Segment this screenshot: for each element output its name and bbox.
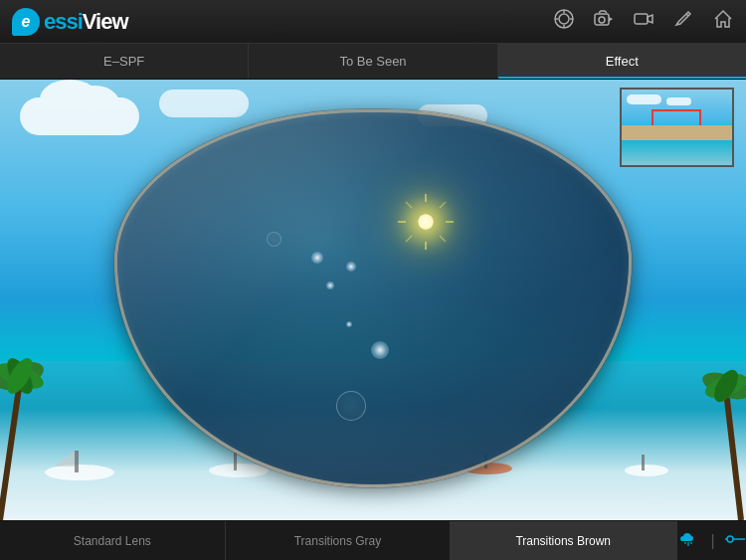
svg-point-8 — [599, 17, 605, 23]
svg-line-36 — [406, 236, 412, 242]
sun-flare — [396, 192, 456, 252]
video-icon[interactable] — [633, 8, 654, 35]
pen-icon[interactable] — [672, 8, 694, 35]
svg-line-21 — [0, 381, 20, 520]
settings-icon[interactable] — [725, 530, 745, 551]
svg-rect-20 — [642, 455, 645, 470]
lens-option-transitions-gray[interactable]: Transitions Gray — [226, 521, 452, 560]
lens-tinted — [114, 109, 632, 487]
palm-left — [0, 321, 50, 520]
svg-point-38 — [727, 536, 733, 542]
tabs: E–SPF To Be Seen Effect — [0, 44, 746, 80]
tab-espf[interactable]: E–SPF — [0, 44, 249, 79]
weather-icon[interactable] — [678, 529, 700, 552]
eyeglass-lens — [114, 109, 632, 487]
thumb-cloud-2 — [666, 97, 691, 105]
svg-rect-13 — [75, 451, 79, 472]
logo-text: essiView — [44, 9, 128, 35]
bokeh-2 — [267, 232, 281, 247]
tab-to-be-seen[interactable]: To Be Seen — [249, 44, 497, 79]
flare-rays — [396, 192, 456, 252]
bokeh-1 — [336, 391, 366, 421]
home-icon[interactable] — [712, 8, 734, 35]
bottom-right-icons: | — [676, 521, 746, 560]
svg-rect-9 — [635, 14, 648, 24]
logo-view: View — [83, 9, 128, 34]
bottom-bar: Standard Lens Transitions Gray Transitio… — [0, 520, 746, 560]
small-flare-3 — [346, 321, 352, 327]
svg-point-12 — [45, 465, 114, 480]
header-icons — [553, 8, 734, 35]
svg-line-34 — [406, 202, 412, 208]
logo-icon — [12, 8, 40, 36]
lens-option-transitions-brown[interactable]: Transitions Brown — [451, 521, 676, 560]
small-flare-1 — [311, 252, 323, 264]
tab-effect[interactable]: Effect — [498, 44, 746, 79]
logo-essi: essi — [44, 9, 83, 34]
svg-point-1 — [559, 14, 569, 24]
thumb-sand — [622, 125, 732, 140]
thumb-water — [622, 140, 732, 165]
svg-line-26 — [726, 391, 741, 520]
header: essiView — [0, 0, 746, 44]
thumbnail-bg — [622, 90, 732, 165]
svg-marker-14 — [55, 451, 75, 467]
small-flare-4 — [371, 341, 389, 359]
camera-flip-icon[interactable] — [593, 8, 615, 35]
palm-right — [691, 341, 746, 520]
lens-rim-shine — [117, 112, 629, 484]
thumb-cloud-1 — [627, 94, 661, 104]
main-content — [0, 80, 746, 520]
svg-line-35 — [440, 202, 446, 208]
svg-line-37 — [440, 236, 446, 242]
svg-marker-10 — [648, 15, 653, 23]
small-flare-5 — [346, 262, 356, 272]
divider-icon: | — [710, 532, 714, 550]
svg-line-11 — [686, 14, 688, 16]
svg-marker-7 — [609, 17, 613, 22]
lens-option-standard[interactable]: Standard Lens — [0, 521, 226, 560]
target-icon[interactable] — [553, 8, 575, 35]
logo: essiView — [12, 8, 128, 36]
small-flare-2 — [326, 281, 334, 289]
scene-thumbnail[interactable] — [620, 88, 734, 167]
